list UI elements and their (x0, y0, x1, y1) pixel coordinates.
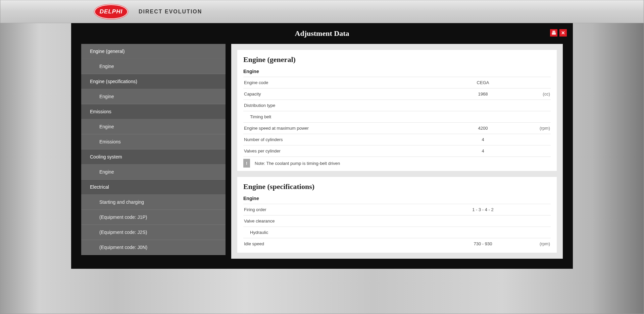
content-row: Engine (general)EngineEngine (specificat… (71, 44, 573, 259)
group-title: Engine (243, 196, 551, 201)
sidebar-subitem[interactable]: Engine (81, 59, 226, 74)
spec-value: 4200 (446, 126, 520, 131)
spec-row: Valves per cylinder4 (243, 145, 551, 156)
sidebar-subitem[interactable]: Engine (81, 89, 226, 104)
main-panel: Engine (general)EngineEngine codeCEGACap… (231, 44, 563, 259)
spec-row: Valve clearance (243, 215, 551, 227)
sidebar-subitem[interactable]: (Equipment code: J0N) (81, 240, 226, 255)
content-frame: Adjustment Data 🖶 ✕ Engine (general)Engi… (71, 23, 573, 269)
sidebar-subitem[interactable]: Starting and charging (81, 195, 226, 210)
app-viewport[interactable]: DELPHI DIRECT EVOLUTION Adjustment Data … (0, 0, 644, 314)
spec-label: Number of cylinders (244, 137, 446, 142)
spec-unit: (rpm) (520, 126, 550, 131)
spec-value: 1968 (446, 91, 520, 97)
spec-panel: Engine (general)EngineEngine codeCEGACap… (237, 50, 557, 171)
close-button[interactable]: ✕ (559, 29, 567, 37)
top-header: DELPHI DIRECT EVOLUTION (0, 0, 644, 23)
spec-label: Firing order (244, 207, 446, 212)
spec-label: Engine code (244, 80, 446, 85)
spec-row: Distribution type (243, 100, 551, 111)
spec-value: CEGA (446, 80, 520, 85)
sidebar-nav: Engine (general)EngineEngine (specificat… (81, 44, 226, 259)
delphi-logo: DELPHI (94, 4, 128, 19)
note-badge-icon: ! (243, 159, 250, 168)
spec-label: Engine speed at maximum power (244, 126, 446, 131)
sidebar-category[interactable]: Cooling system (81, 149, 226, 165)
title-bar: Adjustment Data 🖶 ✕ (71, 23, 573, 44)
spec-unit: (rpm) (520, 241, 550, 246)
sidebar-category[interactable]: Electrical (81, 180, 226, 195)
note-text: Note: The coolant pump is timing-belt dr… (255, 161, 340, 166)
spec-row: Idle speed730 - 930(rpm) (243, 238, 551, 249)
spec-label: Valves per cylinder (244, 148, 446, 153)
sidebar-subitem[interactable]: (Equipment code: J1P) (81, 210, 226, 225)
print-icon: 🖶 (551, 30, 556, 36)
section-title: Engine (general) (243, 55, 551, 64)
spec-label: Idle speed (244, 241, 446, 246)
spec-unit: (cc) (520, 91, 550, 97)
close-icon: ✕ (561, 30, 565, 36)
sidebar-category[interactable]: Emissions (81, 104, 226, 119)
spec-row: Number of cylinders4 (243, 134, 551, 145)
group-title: Engine (243, 69, 551, 74)
sidebar-category[interactable]: Engine (general) (81, 44, 226, 59)
spec-label: Capacity (244, 91, 446, 97)
spec-label: Valve clearance (244, 218, 550, 224)
spec-row: Capacity1968(cc) (243, 88, 551, 100)
section-title: Engine (specifications) (243, 182, 551, 191)
spec-label: Distribution type (244, 103, 550, 108)
spec-panel: Engine (specifications)EngineFiring orde… (237, 177, 557, 253)
spec-value: 1 - 3 - 4 - 2 (446, 207, 520, 212)
spec-row: Firing order1 - 3 - 4 - 2 (243, 204, 551, 215)
spec-value: 4 (446, 148, 520, 153)
sidebar-subitem[interactable]: Engine (81, 165, 226, 180)
sidebar-subitem[interactable]: Engine (81, 119, 226, 134)
spec-row: Engine speed at maximum power4200(rpm) (243, 122, 551, 134)
note-row: !Note: The coolant pump is timing-belt d… (243, 156, 551, 168)
sidebar-category[interactable]: Engine (specifications) (81, 74, 226, 89)
spec-row: Engine codeCEGA (243, 77, 551, 88)
logo-text: DELPHI (100, 8, 122, 15)
sidebar-subitem[interactable]: (Equipment code: J2S) (81, 225, 226, 240)
brand-subtitle: DIRECT EVOLUTION (139, 9, 202, 15)
sidebar-subitem[interactable]: Emissions (81, 134, 226, 149)
spec-value: 730 - 930 (446, 241, 520, 246)
spec-value: 4 (446, 137, 520, 142)
spec-sub-value: Timing belt (243, 111, 551, 122)
spec-sub-value: Hydraulic (243, 227, 551, 238)
page-title: Adjustment Data (71, 29, 573, 38)
print-button[interactable]: 🖶 (550, 29, 557, 37)
title-actions: 🖶 ✕ (550, 29, 567, 37)
